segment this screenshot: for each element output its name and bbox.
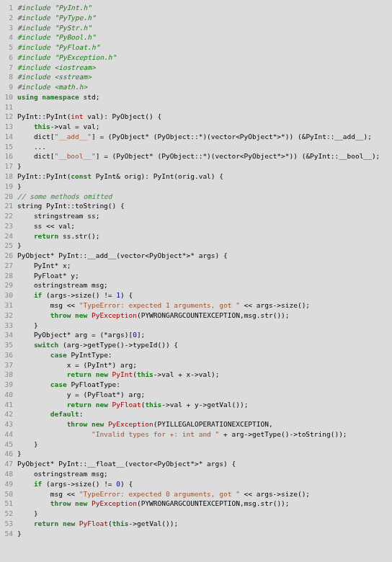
code-line: 5#include "PyFloat.h" — [0, 43, 388, 53]
code-content: PyObject* arg = (*args)[0]; — [13, 330, 145, 340]
code-line: 30 if (args->size() != 1) { — [0, 290, 388, 300]
code-content: PyObject* PyInt::__add__(vector<PyObject… — [13, 251, 228, 261]
code-line: 21string PyInt::toString() { — [0, 201, 388, 211]
line-number: 29 — [0, 280, 13, 290]
code-line: 45 } — [0, 440, 388, 450]
code-content: ss << val; — [13, 221, 75, 231]
code-content: #include "PyStr.h" — [13, 23, 92, 33]
code-content: using namespace std; — [13, 92, 99, 102]
line-number: 53 — [0, 519, 13, 529]
code-line: 9#include <math.h> — [0, 82, 388, 92]
code-content: msg << "TypeError: expected 1 arguments,… — [13, 300, 310, 311]
line-number: 5 — [0, 43, 13, 53]
code-content: ostringstream msg; — [13, 469, 108, 479]
code-content: } — [13, 509, 38, 519]
line-number: 25 — [0, 241, 13, 251]
code-content: } — [13, 161, 22, 171]
code-content — [13, 102, 17, 112]
line-number: 24 — [0, 231, 13, 241]
line-number: 21 — [0, 201, 13, 211]
code-content: } — [13, 241, 22, 251]
code-content: ... — [13, 142, 46, 152]
code-content: #include <sstream> — [13, 72, 92, 82]
code-line: 27 PyInt* x; — [0, 261, 388, 271]
line-number: 10 — [0, 92, 13, 102]
line-number: 9 — [0, 82, 13, 92]
code-line: 46} — [0, 449, 388, 459]
code-content: y = (PyFloat*) arg; — [13, 390, 145, 400]
line-number: 47 — [0, 459, 13, 469]
line-number: 36 — [0, 350, 13, 360]
code-line: 38 return new PyInt(this->val + x->val); — [0, 370, 388, 380]
code-line: 2#include "PyType.h" — [0, 13, 388, 23]
code-line: 12PyInt::PyInt(int val): PyObject() { — [0, 112, 388, 122]
code-content: } — [13, 449, 22, 459]
line-number: 11 — [0, 102, 13, 112]
code-line: 4#include "PyBool.h" — [0, 32, 388, 43]
code-line: 13 this->val = val; — [0, 122, 388, 132]
code-content: PyInt::PyInt(int val): PyObject() { — [13, 112, 161, 122]
line-number: 18 — [0, 171, 13, 182]
code-line: 32 throw new PyException(PYWRONGARGCOUNT… — [0, 311, 388, 321]
code-content: throw new PyException(PYILLEGALOPERATION… — [13, 419, 273, 429]
code-content: throw new PyException(PYWRONGARGCOUNTEXC… — [13, 311, 290, 321]
code-line: 37 x = (PyInt*) arg; — [0, 360, 388, 370]
code-line: 26PyObject* PyInt::__add__(vector<PyObje… — [0, 251, 388, 261]
line-number: 42 — [0, 409, 13, 419]
code-line: 17} — [0, 161, 388, 171]
code-listing: 1#include "PyInt.h"2#include "PyType.h"3… — [0, 0, 392, 544]
code-line: 19} — [0, 182, 388, 192]
code-line: 18PyInt::PyInt(const PyInt& orig): PyInt… — [0, 171, 388, 182]
line-number: 32 — [0, 311, 13, 321]
code-content: } — [13, 182, 22, 192]
code-line: 22 stringstream ss; — [0, 211, 388, 221]
code-line: 42 default: — [0, 409, 388, 419]
line-number: 44 — [0, 429, 13, 440]
code-content: #include "PyException.h" — [13, 53, 116, 63]
code-content: case PyIntType: — [13, 350, 112, 360]
code-line: 15 ... — [0, 142, 388, 152]
code-line: 53 return new PyFloat(this->getVal()); — [0, 519, 388, 529]
code-content: #include "PyInt.h" — [13, 3, 92, 13]
line-number: 31 — [0, 300, 13, 311]
code-line: 31 msg << "TypeError: expected 1 argumen… — [0, 300, 388, 311]
code-content: switch (arg->getType()->typeId()) { — [13, 340, 178, 350]
line-number: 48 — [0, 469, 13, 479]
line-number: 17 — [0, 161, 13, 171]
code-content: PyInt* x; — [13, 261, 71, 271]
code-content: return new PyFloat(this->getVal()); — [13, 519, 178, 529]
line-number: 49 — [0, 479, 13, 489]
code-line: 1#include "PyInt.h" — [0, 3, 388, 13]
line-number: 34 — [0, 330, 13, 340]
code-content: if (args->size() != 0) { — [13, 479, 133, 489]
code-line: 6#include "PyException.h" — [0, 53, 388, 63]
line-number: 26 — [0, 251, 13, 261]
code-content: return new PyInt(this->val + x->val); — [13, 370, 219, 380]
code-line: 51 throw new PyException(PYWRONGARGCOUNT… — [0, 499, 388, 509]
code-content: default: — [13, 409, 84, 419]
code-content: return new PyFloat(this->val + y->getVal… — [13, 400, 248, 410]
line-number: 13 — [0, 122, 13, 132]
line-number: 41 — [0, 400, 13, 410]
code-content: #include "PyType.h" — [13, 13, 96, 23]
line-number: 54 — [0, 529, 13, 539]
line-number: 2 — [0, 13, 13, 23]
line-number: 50 — [0, 489, 13, 499]
code-line: 28 PyFloat* y; — [0, 271, 388, 281]
code-line: 29 ostringstream msg; — [0, 280, 388, 290]
code-content: // some methods omitted — [13, 192, 112, 202]
code-line: 44 "Invalid types for +: int and " + arg… — [0, 429, 388, 440]
code-line: 8#include <sstream> — [0, 72, 388, 82]
line-number: 14 — [0, 132, 13, 142]
code-line: 52 } — [0, 509, 388, 519]
line-number: 33 — [0, 321, 13, 331]
code-content: "Invalid types for +: int and " + arg->g… — [13, 429, 347, 440]
line-number: 35 — [0, 340, 13, 350]
line-number: 7 — [0, 63, 13, 73]
code-content: #include "PyBool.h" — [13, 32, 96, 43]
code-content: stringstream ss; — [13, 211, 99, 221]
line-number: 51 — [0, 499, 13, 509]
line-number: 28 — [0, 271, 13, 281]
line-number: 16 — [0, 151, 13, 161]
line-number: 15 — [0, 142, 13, 152]
